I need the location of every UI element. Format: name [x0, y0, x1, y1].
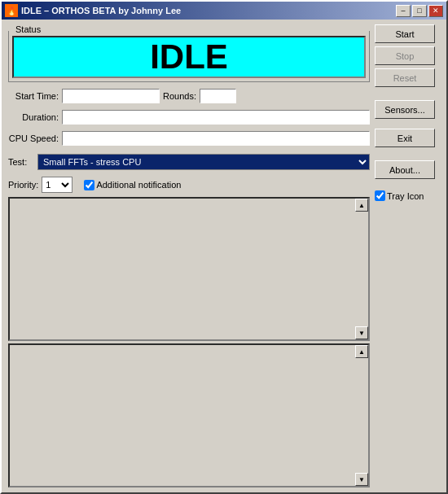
- tray-icon-label: Tray Icon: [387, 191, 424, 201]
- about-button[interactable]: About...: [375, 160, 435, 179]
- main-window: 🔥 IDLE – ORTHOS BETA by Johnny Lee – □ ✕…: [0, 0, 448, 494]
- title-bar: 🔥 IDLE – ORTHOS BETA by Johnny Lee – □ ✕: [2, 2, 446, 20]
- minimize-button[interactable]: –: [396, 5, 411, 17]
- app-icon: 🔥: [5, 4, 18, 17]
- cpu-speed-row: CPU Speed:: [8, 131, 370, 146]
- test-row: Test: Small FFTs - stress CPU Large FFTs…: [8, 154, 370, 170]
- status-idle-text: IDLE: [150, 37, 228, 77]
- priority-label: Priority:: [8, 180, 38, 190]
- upper-log-scroll-down[interactable]: ▼: [355, 326, 368, 339]
- title-buttons: – □ ✕: [396, 5, 443, 17]
- start-button[interactable]: Start: [375, 24, 435, 43]
- start-time-row: Start Time: Rounds:: [8, 89, 370, 103]
- window-title: IDLE – ORTHOS BETA by Johnny Lee: [21, 6, 181, 15]
- duration-label: Duration:: [8, 112, 59, 122]
- status-group: Status IDLE: [8, 31, 370, 82]
- upper-log-panel: ▲ ▼: [8, 197, 370, 341]
- additional-notification-wrap[interactable]: Additional notification: [84, 180, 181, 190]
- test-label: Test:: [8, 157, 34, 167]
- lower-log-scroll-up[interactable]: ▲: [355, 345, 368, 358]
- duration-input[interactable]: [62, 110, 370, 125]
- additional-notification-checkbox[interactable]: [84, 180, 94, 190]
- spacer1: [375, 90, 440, 97]
- tray-icon-checkbox[interactable]: [375, 190, 385, 201]
- spacer3: [375, 151, 440, 157]
- additional-notification-label: Additional notification: [96, 180, 181, 190]
- cpu-speed-input[interactable]: [62, 131, 370, 146]
- spacer2: [375, 122, 440, 125]
- priority-select[interactable]: 1 2 3 4: [42, 177, 72, 193]
- duration-row: Duration:: [8, 110, 370, 125]
- right-panel: Start Stop Reset Sensors... Exit About..…: [375, 24, 440, 487]
- stop-button[interactable]: Stop: [375, 46, 435, 65]
- main-content: Status IDLE Start Time: Rounds: Duration…: [2, 20, 446, 492]
- lower-log-scroll-down[interactable]: ▼: [355, 473, 368, 486]
- upper-log-scroll-up[interactable]: ▲: [355, 199, 368, 212]
- status-display: IDLE: [12, 36, 366, 78]
- sensors-button[interactable]: Sensors...: [375, 100, 435, 119]
- rounds-input[interactable]: [200, 89, 236, 103]
- exit-button[interactable]: Exit: [375, 129, 435, 147]
- start-time-label: Start Time:: [8, 91, 59, 101]
- tray-icon-wrap[interactable]: Tray Icon: [375, 190, 440, 201]
- start-time-input[interactable]: [62, 89, 160, 103]
- options-row: Priority: 1 2 3 4 Additional notificatio…: [8, 177, 370, 193]
- status-group-label: Status: [14, 24, 42, 34]
- reset-button[interactable]: Reset: [375, 68, 435, 87]
- spacer4: [375, 182, 440, 186]
- left-panel: Status IDLE Start Time: Rounds: Duration…: [8, 24, 370, 487]
- cpu-speed-label: CPU Speed:: [8, 133, 59, 143]
- log-panels: ▲ ▼ ▲ ▼: [8, 197, 370, 487]
- title-bar-left: 🔥 IDLE – ORTHOS BETA by Johnny Lee: [5, 4, 181, 17]
- rounds-label: Rounds:: [163, 91, 196, 101]
- lower-log-panel: ▲ ▼: [8, 343, 370, 487]
- maximize-button[interactable]: □: [412, 5, 427, 17]
- close-button[interactable]: ✕: [428, 5, 443, 17]
- test-select[interactable]: Small FFTs - stress CPU Large FFTs Blend…: [37, 154, 370, 170]
